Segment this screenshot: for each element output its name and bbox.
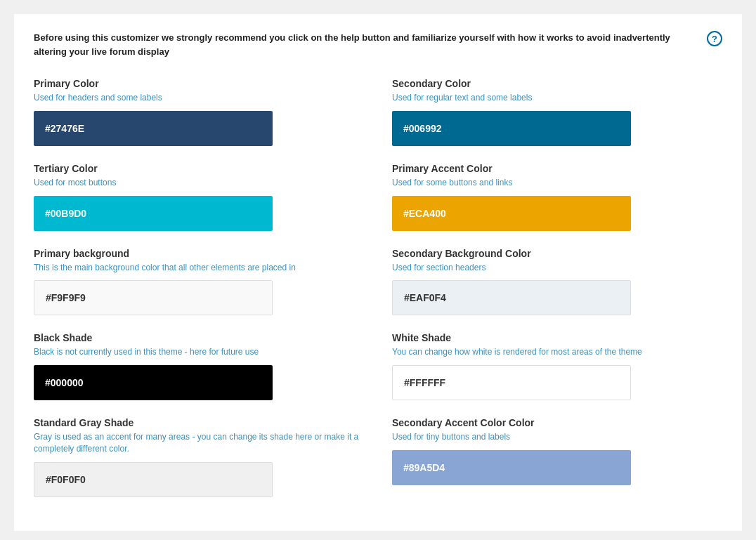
color-section-standard-gray-shade: Standard Gray ShadeGray is used as an ac… [34,417,364,497]
help-icon[interactable]: ? [707,31,722,46]
black-shade-description: Black is not currently used in this them… [34,346,364,358]
secondary-accent-color-title: Secondary Accent Color Color [392,417,722,428]
primary-background-description: This is the main background color that a… [34,262,364,274]
secondary-background-color-title: Secondary Background Color [392,248,722,259]
primary-accent-color-title: Primary Accent Color [392,163,722,174]
secondary-color-description: Used for regular text and some labels [392,92,722,104]
secondary-background-color-description: Used for section headers [392,262,722,274]
color-section-secondary-color: Secondary ColorUsed for regular text and… [392,78,722,146]
primary-background-swatch[interactable]: #F9F9F9 [34,280,273,315]
color-section-primary-color: Primary ColorUsed for headers and some l… [34,78,364,146]
black-shade-title: Black Shade [34,332,364,343]
warning-bar: Before using this customizer we strongly… [34,31,722,58]
secondary-accent-color-swatch[interactable]: #89A5D4 [392,450,631,485]
secondary-accent-color-description: Used for tiny buttons and labels [392,431,722,443]
secondary-color-title: Secondary Color [392,78,722,89]
left-column: Primary ColorUsed for headers and some l… [34,78,364,514]
color-section-secondary-accent-color: Secondary Accent Color ColorUsed for tin… [392,417,722,485]
right-column: Secondary ColorUsed for regular text and… [392,78,722,514]
color-section-secondary-background-color: Secondary Background ColorUsed for secti… [392,248,722,316]
color-grid: Primary ColorUsed for headers and some l… [34,78,722,514]
color-section-primary-accent-color: Primary Accent ColorUsed for some button… [392,163,722,231]
primary-color-description: Used for headers and some labels [34,92,364,104]
primary-color-swatch[interactable]: #27476E [34,111,273,146]
tertiary-color-title: Tertiary Color [34,163,364,174]
color-section-white-shade: White ShadeYou can change how white is r… [392,332,722,400]
primary-color-title: Primary Color [34,78,364,89]
white-shade-swatch[interactable]: #FFFFFF [392,365,631,400]
secondary-background-color-swatch[interactable]: #EAF0F4 [392,280,631,315]
white-shade-title: White Shade [392,332,722,343]
primary-background-title: Primary background [34,248,364,259]
standard-gray-shade-swatch[interactable]: #F0F0F0 [34,462,273,497]
secondary-color-swatch[interactable]: #006992 [392,111,631,146]
white-shade-description: You can change how white is rendered for… [392,346,722,358]
standard-gray-shade-title: Standard Gray Shade [34,417,364,428]
black-shade-swatch[interactable]: #000000 [34,365,273,400]
standard-gray-shade-description: Gray is used as an accent for many areas… [34,431,364,455]
primary-accent-color-swatch[interactable]: #ECA400 [392,196,631,231]
tertiary-color-description: Used for most buttons [34,177,364,189]
color-section-primary-background: Primary backgroundThis is the main backg… [34,248,364,316]
warning-text: Before using this customizer we strongly… [34,31,680,58]
primary-accent-color-description: Used for some buttons and links [392,177,722,189]
tertiary-color-swatch[interactable]: #00B9D0 [34,196,273,231]
color-section-black-shade: Black ShadeBlack is not currently used i… [34,332,364,400]
color-section-tertiary-color: Tertiary ColorUsed for most buttons#00B9… [34,163,364,231]
main-container: Before using this customizer we strongly… [14,14,742,531]
